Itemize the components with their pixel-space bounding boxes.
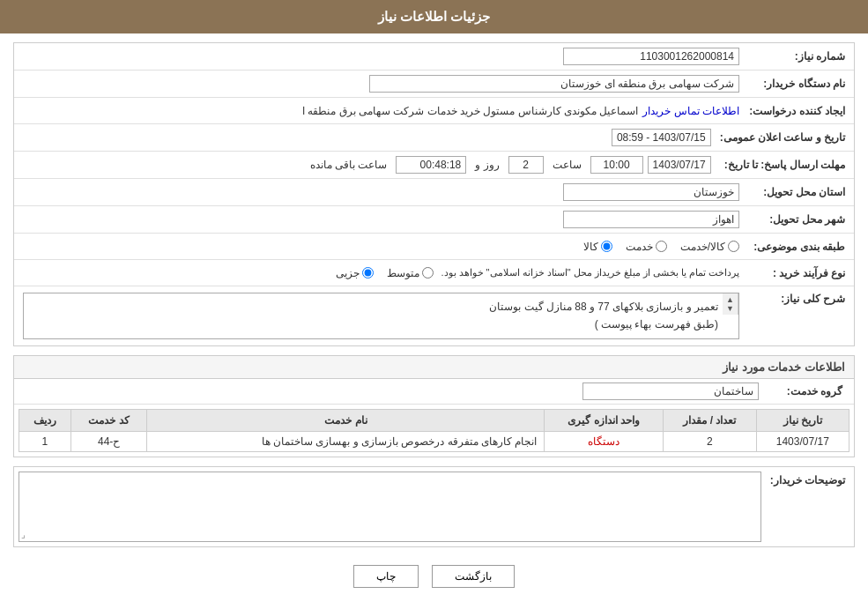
buyer-notes-label: توضیحات خریدار:	[761, 472, 849, 489]
province-label: استان محل تحویل:	[744, 184, 849, 200]
city-row: شهر محل تحویل: اهواز	[14, 206, 854, 234]
services-table-container: تاریخ نیاز تعداد / مقدار واحد اندازه گیر…	[14, 405, 854, 457]
response-deadline-row: مهلت ارسال پاسخ: تا تاریخ: ساعت باقی مان…	[14, 152, 854, 179]
description-line1: تعمیر و بازسازی بلاکهای 77 و 88 منازل گی…	[28, 298, 718, 316]
col-deadline: تاریخ نیاز	[756, 409, 849, 431]
col-row-number: ردیف	[19, 409, 71, 431]
announcement-label: تاریخ و ساعت اعلان عمومی:	[716, 130, 849, 145]
creator-contact-link[interactable]: اطلاعات تماس خریدار	[642, 105, 739, 117]
table-header-row: تاریخ نیاز تعداد / مقدار واحد اندازه گیر…	[19, 409, 849, 431]
response-time: 10:00	[590, 156, 643, 174]
creator-label: ایجاد کننده درخواست:	[744, 103, 849, 119]
table-row: 1403/07/17 2 دستگاه انجام کارهای متفرقه …	[19, 431, 849, 451]
buyer-notes-section: توضیحات خریدار: ⌟	[13, 466, 855, 547]
col-unit: واحد اندازه گیری	[545, 409, 664, 431]
need-number-row: شماره نیاز: 1103001262000814	[14, 43, 854, 71]
need-number-display: 1103001262000814	[563, 48, 739, 65]
need-number-value: 1103001262000814	[19, 46, 744, 67]
scroll-up-icon[interactable]: ▲	[726, 295, 734, 304]
buyer-row: نام دستگاه خریدار: شرکت سهامی برق منطقه …	[14, 71, 854, 98]
cell-unit: دستگاه	[545, 431, 664, 451]
services-section: اطلاعات خدمات مورد نیاز گروه خدمت: ساختم…	[13, 355, 855, 457]
description-row: شرح کلی نیاز: ▲ ▼ تعمیر و بازسازی بلاکها…	[14, 286, 854, 345]
resize-handle-icon: ⌟	[21, 530, 26, 539]
response-deadline-label: مهلت ارسال پاسخ: تا تاریخ:	[720, 157, 849, 173]
print-button[interactable]: چاپ	[353, 565, 419, 588]
buyer-notes-textarea[interactable]	[19, 472, 760, 541]
purchase-type-label: نوع فرآیند خرید :	[744, 265, 849, 281]
services-title: اطلاعات خدمات مورد نیاز	[14, 356, 854, 379]
creator-row: ایجاد کننده درخواست: اطلاعات تماس خریدار…	[14, 98, 854, 124]
category-row: طبقه بندی موضوعی: کالا/خدمت خدمت	[14, 234, 854, 260]
time-label: ساعت	[553, 159, 582, 171]
cell-deadline: 1403/07/17	[756, 431, 849, 451]
buyer-value: شرکت سهامی برق منطقه ای خوزستان	[19, 73, 744, 94]
page-title: جزئیات اطلاعات نیاز	[378, 9, 490, 24]
purchase-medium-option[interactable]: متوسط	[387, 267, 434, 279]
cell-service-name: انجام کارهای متفرقه درخصوص بازسازی و بهس…	[147, 431, 545, 451]
cell-row-number: 1	[19, 431, 71, 451]
announcement-value: 1403/07/15 - 08:59	[612, 129, 711, 146]
category-goods-option[interactable]: کالا	[583, 241, 612, 253]
purchase-medium-radio[interactable]	[422, 267, 434, 279]
response-days: 2	[508, 156, 544, 174]
cell-service-code: ح-44	[70, 431, 147, 451]
need-number-label: شماره نیاز:	[744, 48, 849, 64]
buyer-notes-textarea-wrapper: ⌟	[19, 472, 761, 542]
category-goods-label: کالا	[583, 241, 598, 253]
purchase-partial-option[interactable]: جزیی	[336, 267, 374, 279]
cell-quantity: 2	[664, 431, 756, 451]
category-goods-service-option[interactable]: کالا/خدمت	[680, 241, 739, 253]
category-goods-radio[interactable]	[601, 241, 612, 252]
remaining-label: ساعت باقی مانده	[310, 159, 388, 171]
description-label: شرح کلی نیاز:	[744, 291, 849, 307]
city-label: شهر محل تحویل:	[744, 212, 849, 227]
back-button[interactable]: بازگشت	[432, 565, 515, 588]
page-header: جزئیات اطلاعات نیاز	[0, 0, 868, 33]
category-service-radio[interactable]	[656, 241, 667, 252]
description-scrollbar[interactable]: ▲ ▼	[723, 293, 738, 315]
service-group-row: گروه خدمت: ساختمان	[14, 379, 854, 405]
purchase-medium-label: متوسط	[387, 267, 419, 279]
purchase-partial-radio[interactable]	[362, 267, 374, 279]
col-service-name: نام خدمت	[147, 409, 545, 431]
category-label: طبقه بندی موضوعی:	[744, 239, 849, 255]
col-quantity: تعداد / مقدار	[664, 409, 756, 431]
purchase-note: پرداخت تمام یا بخشی از مبلغ خریداز محل "…	[441, 267, 739, 279]
province-row: استان محل تحویل: خوزستان	[14, 179, 854, 206]
creator-name-display: اسماعیل مکوندی کارشناس مستول خرید خدمات …	[302, 105, 638, 117]
category-service-label: خدمت	[626, 241, 653, 253]
action-buttons: بازگشت چاپ	[13, 556, 855, 597]
services-table: تاریخ نیاز تعداد / مقدار واحد اندازه گیر…	[19, 409, 849, 452]
scroll-down-icon[interactable]: ▼	[726, 304, 734, 313]
category-goods-service-radio[interactable]	[728, 241, 739, 252]
service-group-value: ساختمان	[582, 382, 759, 400]
province-value: خوزستان	[563, 183, 739, 201]
buyer-label: نام دستگاه خریدار:	[744, 76, 849, 92]
main-form: شماره نیاز: 1103001262000814 نام دستگاه …	[13, 42, 855, 346]
buyer-name-display: شرکت سهامی برق منطقه ای خوزستان	[369, 75, 739, 93]
announcement-row: تاریخ و ساعت اعلان عمومی: 1403/07/15 - 0…	[14, 124, 854, 152]
category-goods-service-label: کالا/خدمت	[680, 241, 725, 253]
purchase-type-row: نوع فرآیند خرید : پرداخت تمام یا بخشی از…	[14, 260, 854, 286]
city-value: اهواز	[563, 211, 739, 228]
days-and-label: روز و	[475, 159, 499, 171]
category-service-option[interactable]: خدمت	[626, 241, 667, 253]
col-service-code: کد خدمت	[70, 409, 147, 431]
description-line2: (طبق فهرست بهاء پیوست )	[28, 316, 718, 333]
buyer-notes-row: توضیحات خریدار: ⌟	[14, 467, 854, 546]
description-content: تعمیر و بازسازی بلاکهای 77 و 88 منازل گی…	[24, 293, 723, 338]
purchase-partial-label: جزیی	[336, 267, 360, 279]
remaining-time: 00:48:18	[396, 156, 466, 174]
service-group-label: گروه خدمت:	[759, 382, 847, 400]
response-date: 1403/07/17	[648, 156, 711, 174]
creator-value: اطلاعات تماس خریدار اسماعیل مکوندی کارشن…	[19, 103, 744, 119]
